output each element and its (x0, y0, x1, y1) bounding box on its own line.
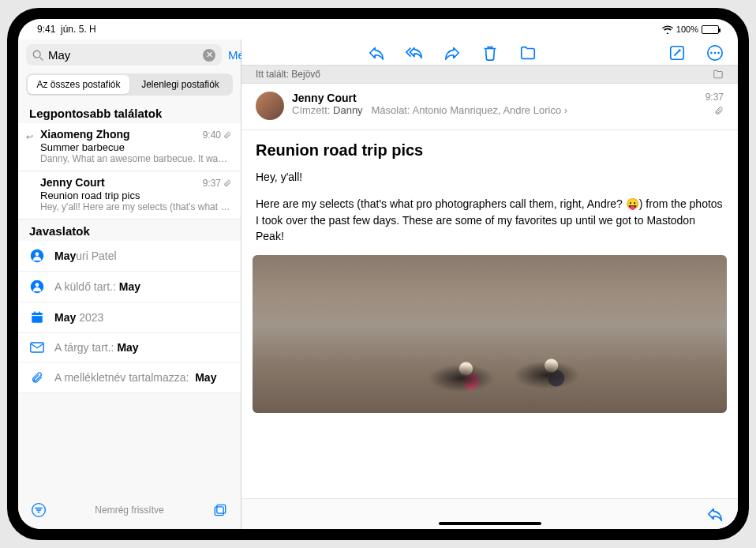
reply-all-icon[interactable] (406, 44, 423, 62)
search-icon (32, 50, 43, 61)
svg-point-3 (36, 252, 39, 256)
status-time: 9:41 (37, 24, 55, 35)
search-suggestion[interactable]: A tárgy tart.: May (18, 333, 241, 362)
svg-rect-9 (39, 312, 40, 314)
message-pane: Itt talált: Bejövő Jenny Court Címzett: … (241, 39, 738, 529)
message-greeting: Hey, y'all! (256, 169, 724, 185)
sync-status: Nemrég frissítve (95, 505, 163, 516)
segment-current-mailbox[interactable]: Jelenlegi postafiók (129, 75, 231, 94)
search-field[interactable]: ✕ (26, 44, 222, 66)
move-folder-icon[interactable] (519, 44, 537, 62)
result-time: 9:37 (203, 178, 231, 189)
attachment-icon (223, 131, 231, 139)
battery-icon (702, 25, 719, 34)
home-indicator[interactable] (439, 522, 541, 525)
calendar-icon (29, 310, 45, 325)
search-input[interactable] (48, 48, 198, 62)
result-sender: Xiaomeng Zhong (40, 128, 130, 141)
svg-rect-8 (34, 312, 36, 314)
compose-stack-icon[interactable] (212, 502, 228, 518)
found-in-label: Itt talált: Bejövő (256, 69, 320, 80)
attachment-icon (714, 106, 724, 115)
more-icon[interactable] (706, 44, 724, 62)
svg-point-0 (33, 51, 40, 58)
status-bar: 9:41 jún. 5. H 100% (18, 19, 738, 39)
ipad-frame: · 9:41 jún. 5. H 100% ✕ (7, 8, 749, 540)
svg-rect-7 (32, 315, 43, 316)
search-result-item[interactable]: ↩︎ Xiaomeng Zhong 9:40 Summer barbecue D… (18, 123, 241, 171)
message-header: Jenny Court Címzett: Danny Másolat: Anto… (241, 84, 738, 130)
sender-name[interactable]: Jenny Court (292, 92, 698, 104)
status-date: jún. 5. H (61, 24, 96, 35)
compose-icon[interactable] (668, 44, 686, 62)
search-suggestion[interactable]: May 2023 (18, 302, 241, 333)
svg-line-1 (40, 57, 43, 60)
svg-point-5 (36, 283, 39, 287)
result-subject: Reunion road trip pics (40, 190, 231, 201)
sidebar-footer: Nemrég frissítve (18, 494, 241, 529)
folder-small-icon[interactable] (713, 69, 724, 79)
status-right: 100% (662, 24, 719, 34)
suggestion-text: A tárgy tart.: May (54, 341, 139, 354)
status-left: 9:41 jún. 5. H (37, 24, 96, 35)
sidebar: ✕ Mégsem Az összes postafiók Jelenlegi p… (18, 39, 241, 529)
message-toolbar (241, 39, 738, 65)
forward-icon[interactable] (443, 44, 461, 62)
attachment-icon (223, 179, 231, 187)
mailbox-scope-segmented[interactable]: Az összes postafiók Jelenlegi postafiók (26, 73, 233, 96)
search-suggestion[interactable]: A küldő tart.: May (18, 272, 241, 302)
paperclip-icon (29, 370, 45, 385)
suggestion-text: Mayuri Patel (54, 250, 117, 262)
message-body: Here are my selects (that's what pro pho… (256, 196, 724, 244)
search-result-item[interactable]: Jenny Court 9:37 Reunion road trip pics … (18, 171, 241, 220)
attached-photo[interactable] (253, 255, 727, 413)
svg-rect-6 (32, 313, 43, 323)
svg-point-18 (717, 52, 720, 54)
sender-avatar[interactable] (256, 92, 284, 120)
svg-point-16 (710, 52, 713, 54)
result-preview: Hey, y'all! Here are my selects (that's … (40, 201, 231, 212)
reply-icon[interactable] (368, 44, 385, 62)
section-top-hits: Legpontosabb találatok (18, 102, 241, 123)
result-time: 9:40 (203, 129, 231, 141)
battery-percent: 100% (676, 24, 698, 34)
search-suggestion[interactable]: A mellékletnév tartalmazza: May (18, 362, 241, 393)
person-icon (29, 249, 45, 263)
reply-footer-icon[interactable] (706, 505, 724, 523)
person-icon (29, 280, 45, 294)
recipients-line[interactable]: Címzett: Danny Másolat: Antonio Manrique… (292, 104, 698, 116)
svg-rect-13 (217, 505, 226, 513)
trash-icon[interactable] (481, 44, 499, 62)
message-time: 9:37 (705, 92, 724, 118)
wifi-icon (662, 25, 673, 34)
result-preview: Danny, What an awesome barbecue. It was … (40, 153, 231, 164)
mail-icon (29, 342, 45, 353)
suggestion-text: A küldő tart.: May (54, 280, 140, 293)
search-suggestion[interactable]: Mayuri Patel (18, 241, 241, 272)
section-suggestions: Javaslatok (18, 220, 241, 241)
suggestion-text: A mellékletnév tartalmazza: May (54, 371, 216, 384)
clear-search-button[interactable]: ✕ (203, 49, 215, 62)
suggestion-text: May 2023 (54, 311, 103, 324)
reply-indicator-icon: ↩︎ (26, 132, 33, 142)
svg-point-17 (714, 52, 717, 54)
result-sender: Jenny Court (40, 176, 105, 189)
screen: 9:41 jún. 5. H 100% ✕ Mégsem (18, 19, 738, 529)
result-subject: Summer barbecue (40, 141, 231, 153)
message-subject: Reunion road trip pics (241, 130, 738, 164)
filter-icon[interactable] (31, 502, 47, 518)
svg-rect-12 (215, 507, 223, 516)
found-in-bar: Itt talált: Bejövő (241, 65, 738, 84)
segment-all-mailboxes[interactable]: Az összes postafiók (28, 75, 129, 94)
